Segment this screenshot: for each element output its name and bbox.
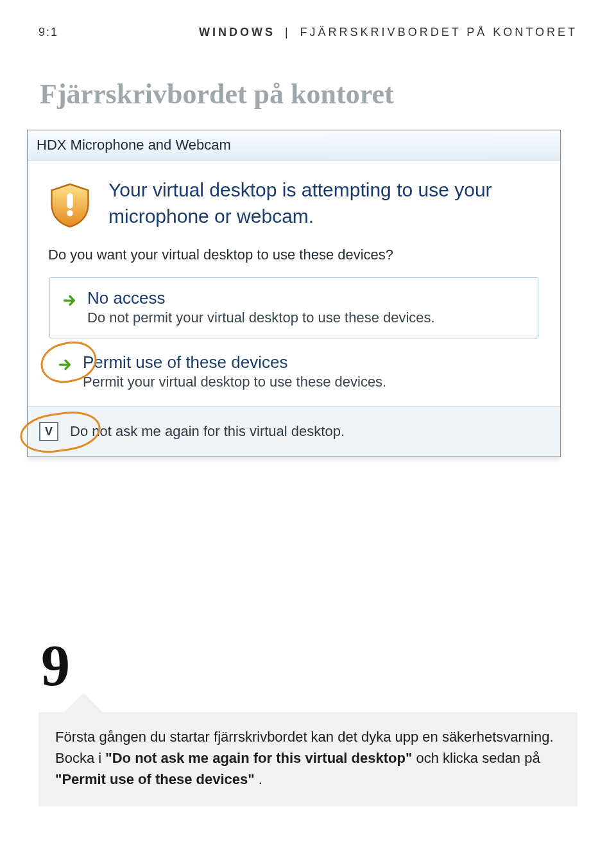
callout-mid: och klicka sedan på	[416, 750, 540, 766]
option-permit[interactable]: Permit use of these devices Permit your …	[57, 353, 538, 390]
dialog-warning-text: Your virtual desktop is attempting to us…	[108, 177, 542, 229]
option2-title: Permit use of these devices	[83, 353, 386, 372]
arrow-right-icon	[62, 292, 78, 311]
annotation-circle-checkbox	[17, 408, 103, 457]
header-right: WINDOWS | FJÄRRSKRIVBORDET PÅ KONTORET	[199, 26, 578, 39]
callout-text: Första gången du startar fjärrskrivborde…	[38, 712, 578, 806]
callout-pointer-icon	[64, 693, 103, 712]
option2-subtitle: Permit your virtual desktop to use these…	[83, 374, 386, 390]
option-no-access[interactable]: No access Do not permit your virtual des…	[49, 277, 538, 338]
callout-bold1: "Do not ask me again for this virtual de…	[105, 750, 412, 766]
callout-bold2: "Permit use of these devices"	[55, 771, 255, 787]
option1-subtitle: Do not permit your virtual desktop to us…	[87, 309, 435, 326]
dialog-title: HDX Microphone and Webcam	[28, 130, 560, 161]
header-separator: |	[285, 26, 291, 39]
page-title: Fjärrskrivbordet på kontoret	[40, 78, 578, 110]
page-number: 9:1	[38, 26, 58, 39]
step-number: 9	[41, 643, 578, 689]
dialog-question: Do you want your virtual desktop to use …	[48, 247, 542, 263]
svg-point-0	[67, 210, 73, 216]
hdx-dialog: HDX Microphone and Webcam Yo	[27, 130, 561, 457]
do-not-ask-label: Do not ask me again for this virtual des…	[70, 423, 345, 440]
svg-rect-1	[67, 193, 73, 209]
callout-post: .	[259, 771, 262, 787]
header-os: WINDOWS	[199, 26, 275, 39]
header-section: FJÄRRSKRIVBORDET PÅ KONTORET	[300, 26, 578, 39]
option1-title: No access	[87, 288, 435, 308]
shield-warning-icon	[46, 181, 94, 232]
dialog-footer: V Do not ask me again for this virtual d…	[28, 406, 560, 457]
